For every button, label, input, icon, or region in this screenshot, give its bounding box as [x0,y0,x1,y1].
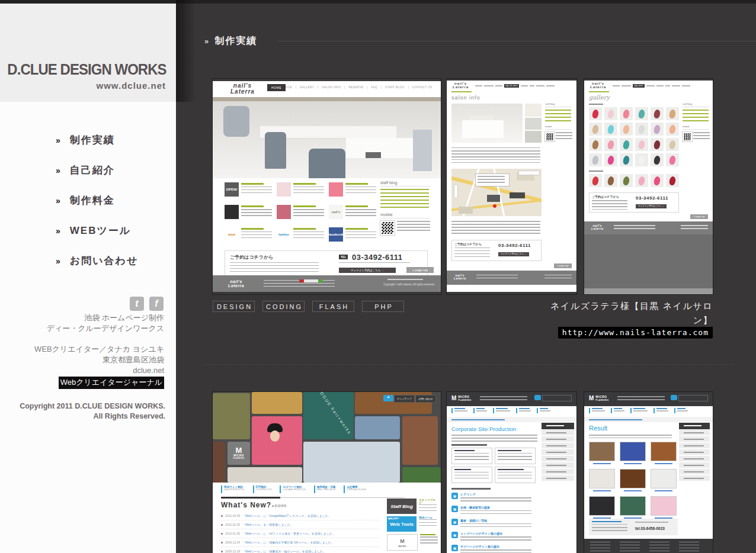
process-icon: ▣ [451,506,458,512]
portfolio-thumbnail-micro-corporate[interactable]: M MICROPLANNING Corporate Site Productio… [447,392,576,553]
page-top-button[interactable]: » page top [406,267,434,273]
nail-art [638,155,646,165]
web-tools-tile[interactable]: 無料公開中! Web Tools [387,516,417,532]
nail-photo [620,153,633,166]
point-box [495,467,536,483]
sidebar-nav-label: 制作料金 [70,194,115,207]
header-contact-bars [617,396,665,402]
news-text: 「Webツール」に「画像内文字量計算 GAツール」を追加しました。 [242,541,334,544]
news-list: 2010.04.09 「Webツール」に「GoogleMapsアシスタンス」を追… [221,512,380,553]
portfolio-thumbnail-micro-home[interactable]: M MICRO PLANNING [213,392,441,553]
news-text: 「Webツール」に「txtファイル表示・変更ツール」を追加しました。 [242,532,335,535]
portfolio-thumbnail-micro-result[interactable]: M MICROPLANNING Result [584,392,713,553]
contact-button: お問い合わせ [415,395,436,403]
news-item-body-bars [241,187,272,195]
portfolio-thumbnail-laterra-saloninfo[interactable]: nail'sLaterra SALON INFO salon info [447,79,576,294]
breadcrumb [589,91,609,92]
sidebar-nav-item[interactable]: » WEBツール [56,224,138,237]
menu-item [451,408,467,416]
news-date: 2009.12.18 [225,549,240,553]
page-top-button[interactable]: » page top [554,263,572,268]
nail-art [607,176,615,186]
nail-art [669,109,677,119]
web-tools-badge: 無料公開中! [388,517,399,520]
map-bubble [475,173,510,187]
news-item-body-bars [293,209,324,217]
intro-text-bars [451,435,537,442]
nail-photo [651,174,664,187]
nail-art [623,176,630,186]
logo-title: D.CLUE DESIGN WORKS [8,60,166,79]
laterra-nav-item: GALLERY [296,86,314,89]
map-building [510,192,525,198]
pedicure-chair [223,106,249,137]
news-item-thumb [277,182,291,197]
online-reserve-button[interactable]: オンライン予約はこちら → [339,268,396,273]
face [270,430,280,442]
mini-photo [525,118,542,130]
news-row: 2009.12.18 「Webツール」に「画像拡大・縮小ツール」を追加しました。 [221,547,380,553]
contact-text-bars [592,524,627,532]
menu-item [611,408,624,416]
result-caption-bar [655,463,672,464]
news-grid: OPEN! [225,182,380,249]
mobile-block [545,132,572,142]
tel-badge: TEL [339,255,348,259]
mobile-block [380,221,433,235]
twitter-icon[interactable]: t [130,297,144,311]
sidebar-nav-item[interactable]: » 自己紹介 [56,163,138,177]
result-card [620,469,646,491]
news-text: 「Webツール」に「GoogleMapsアシスタンス」を追加しました。 [242,514,331,517]
arrow-bullet-icon: » [56,196,60,205]
online-reserve-button[interactable]: オンライン予約はこちら → [636,204,667,208]
portfolio-thumbnail-laterra-home[interactable]: nail'sLaterra MENU&PRICEGALLERYSALON INF… [213,79,441,294]
wall-sign [469,115,493,120]
page-heading: salon info [451,95,480,101]
portfolio-thumbnail-laterra-gallery[interactable]: nail'sLaterra GALLERY gallery staff blog [584,79,713,294]
gallery-grid-2 [589,174,684,187]
bullet-icon [221,524,223,526]
sidebar-nav-item[interactable]: » 制作実績 [56,133,138,147]
reserve-title: ご予約はコチラから [230,254,273,261]
thumb-bottombar [213,292,441,294]
project-url-link[interactable]: http://www.nails-laterra.com [558,327,713,339]
nav-bar [530,85,534,86]
laterra-nav-item: RESERVE [344,86,363,89]
nail-art [623,140,630,150]
salon-photo [451,104,523,143]
body-text-bars [451,221,540,234]
blog-links-bars [380,189,429,209]
mobile-heading: mobile [545,125,571,130]
news-item-body-bars [241,232,272,240]
nav-bar [622,85,631,86]
facebook-icon[interactable]: f [149,297,164,311]
reserve-text-bars [454,247,490,257]
nav-bar [536,85,544,86]
laterra-logo: nail'sLaterra [453,82,469,89]
sidebar-nav-item[interactable]: » お問い合わせ [56,254,138,268]
footer-address-bars [614,225,655,231]
micro-logo-tile[interactable]: M MICRO [387,534,418,551]
news-item-body-bars [241,209,272,217]
site-logo[interactable]: D.CLUE DESIGN WORKS www.dclue.net [0,4,176,102]
journal-link[interactable]: Webクリエイタージャーナル [59,377,164,389]
nav-bar [646,85,655,86]
sidebar-nav-item[interactable]: » 制作料金 [56,194,138,207]
thumb-topbar [447,79,576,81]
news-item-title-bar [241,183,264,185]
thumb-topbar [213,79,441,81]
mobile-text-bars [397,221,430,233]
logo-subtitle: www.dclue.net [97,81,166,91]
staff-blog-tile[interactable]: Staff Blog [387,499,417,514]
sidebar-nav-label: WEBツール [70,224,131,237]
footer-fill [584,234,713,288]
nav-bar [484,85,494,86]
map-bubble-text [478,176,505,183]
point-box [495,448,536,464]
page-top-button[interactable]: » page top [690,214,708,219]
online-reserve-button[interactable]: オンライン予約はこちら → [498,252,529,256]
contact-company-bar [635,522,668,523]
process-desc-bars [460,523,531,528]
news-date: 2010.01.06 [225,532,240,535]
result-card [651,442,677,464]
